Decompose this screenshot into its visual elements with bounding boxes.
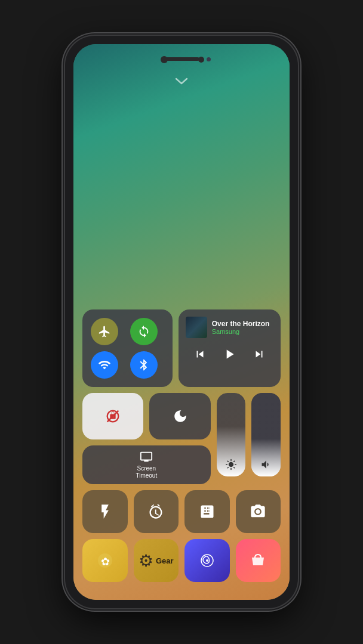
- media-artist: Samsung: [212, 328, 273, 335]
- app-icons-row: ✿ ⚙ Gear: [82, 539, 281, 582]
- camera-button[interactable]: [236, 490, 281, 533]
- speaker-slot: [164, 57, 199, 61]
- svg-point-4: [206, 559, 208, 562]
- screen-mirror-icon: [140, 450, 153, 463]
- galaxy-button[interactable]: [184, 539, 230, 582]
- top-row: Over the Horizon Samsung: [82, 309, 281, 387]
- left-quick-section: ScreenTimeout: [82, 393, 211, 484]
- gear-button[interactable]: ⚙ Gear: [134, 539, 179, 582]
- top-bar: [73, 44, 290, 74]
- control-panel: Over the Horizon Samsung: [82, 309, 281, 582]
- phone-frame: Over the Horizon Samsung: [0, 0, 363, 644]
- right-sliders-section: [217, 393, 281, 484]
- rotation-lock-button[interactable]: [130, 318, 158, 345]
- phone-body: Over the Horizon Samsung: [65, 36, 298, 608]
- bluetooth-button[interactable]: [130, 351, 158, 379]
- calculator-button[interactable]: [184, 490, 230, 533]
- album-art: [186, 317, 207, 338]
- connectivity-tile: [82, 309, 173, 387]
- media-next-button[interactable]: [248, 345, 270, 363]
- airplane-mode-button[interactable]: [91, 318, 118, 345]
- screen-timeout-tile[interactable]: ScreenTimeout: [82, 445, 211, 484]
- night-mode-tile[interactable]: [149, 393, 210, 439]
- svg-text:✿: ✿: [100, 556, 109, 568]
- screen-timeout-label: ScreenTimeout: [136, 465, 157, 479]
- sensor: [207, 57, 211, 61]
- lock-rotation-icon: [104, 408, 121, 425]
- app-shortcuts-row: [82, 490, 281, 533]
- media-play-button[interactable]: [217, 344, 242, 364]
- combined-row: ScreenTimeout: [82, 393, 281, 484]
- front-camera-right: [198, 57, 204, 63]
- screen: Over the Horizon Samsung: [73, 44, 290, 600]
- media-prev-button[interactable]: [189, 345, 211, 363]
- flashlight-button[interactable]: [82, 490, 128, 533]
- media-tile: Over the Horizon Samsung: [179, 309, 281, 387]
- chevron-down-icon: [174, 77, 189, 85]
- media-info-row: Over the Horizon Samsung: [186, 317, 273, 338]
- bixby-button[interactable]: ✿: [82, 539, 128, 582]
- media-title: Over the Horizon: [212, 320, 273, 328]
- lock-rotation-tile[interactable]: [82, 393, 143, 439]
- wifi-button[interactable]: [91, 351, 118, 379]
- top-quick-row: [82, 393, 211, 439]
- night-mode-icon: [173, 408, 188, 424]
- timer-button[interactable]: [134, 490, 179, 533]
- gear-icon: ⚙: [139, 551, 153, 571]
- volume-slider[interactable]: [251, 393, 281, 476]
- galaxy-store-button[interactable]: [236, 539, 281, 582]
- media-info: Over the Horizon Samsung: [212, 320, 273, 335]
- brightness-slider[interactable]: [217, 393, 246, 476]
- media-controls: [186, 344, 273, 364]
- gear-label: Gear: [156, 556, 174, 565]
